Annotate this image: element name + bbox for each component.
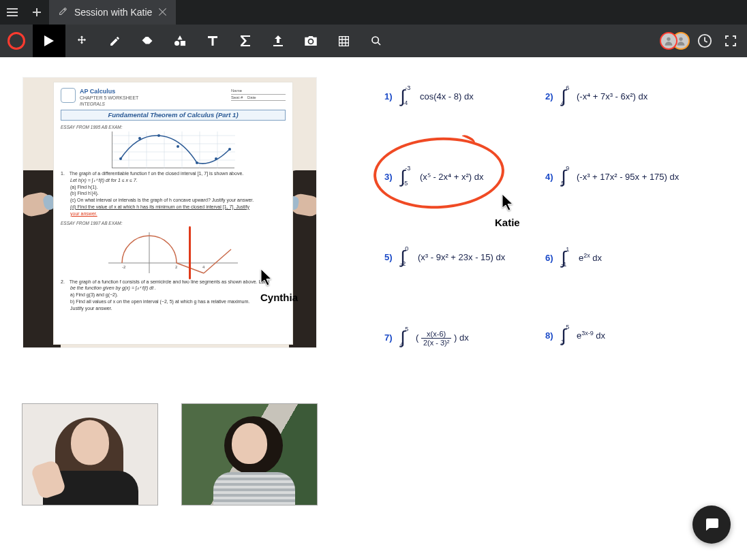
worksheet-subject: INTEGRALS [80,102,138,107]
svg-point-0 [174,41,179,46]
worksheet-q1d: (d) Find the value of x at which h has i… [70,204,286,211]
svg-line-27 [204,249,231,273]
svg-point-21 [196,161,198,164]
equation-2[interactable]: 2) ∫64 (-x⁴ + 7x³ - 6x²) dx [545,91,647,104]
worksheet-name-field: Name [231,89,286,95]
new-tab-button[interactable] [25,0,49,25]
svg-point-5 [679,37,682,41]
worksheet-chapter: CHAPTER 5 WORKSHEET [80,95,138,102]
svg-text:2: 2 [175,265,178,269]
equation-8[interactable]: 8) ∫53 e3x-9 dx [545,330,605,343]
cursor-cynthia: Cynthia [260,268,298,303]
svg-point-3 [372,37,378,43]
circle-annotation [371,134,506,212]
shapes-tool[interactable] [164,25,196,57]
equation-6[interactable]: 6) ∫1-1 e2x dx [545,252,602,265]
history-icon[interactable] [694,30,716,52]
worksheet-section-2: ESSAY FROM 1997 AB EXAM: [61,221,286,226]
svg-point-18 [138,137,141,140]
video-thumbnail-2[interactable] [181,403,318,505]
svg-point-17 [119,157,122,160]
fullscreen-icon[interactable] [720,30,742,52]
cursor-katie: Katie [502,193,520,228]
whiteboard-canvas[interactable]: AP Calculus CHAPTER 5 WORKSHEET INTEGRAL… [0,57,747,560]
svg-point-23 [228,148,231,151]
worksheet-chart-2: -224 [102,229,245,277]
participant-avatars[interactable] [660,32,690,50]
worksheet-logo-icon [61,88,76,103]
worksheet-course: AP Calculus [80,88,138,95]
red-annotation-line [189,226,191,279]
svg-rect-1 [181,41,185,46]
svg-point-19 [157,134,160,137]
titlebar: Session with Katie [0,0,747,25]
search-tool[interactable] [360,25,393,57]
tab-title: Session with Katie [74,7,152,18]
chat-button[interactable] [692,505,731,544]
equation-5[interactable]: 5) ∫0-2 (x³ - 9x² + 23x - 15) dx [384,252,505,264]
worksheet-paper: AP Calculus CHAPTER 5 WORKSHEET INTEGRAL… [53,82,293,345]
video-thumbnail-1[interactable] [22,403,158,505]
toolbar [0,25,747,57]
record-button[interactable] [0,25,33,57]
equation-7[interactable]: 7) ∫54 ( x(x-6)2(x - 3)² ) dx [384,330,469,347]
edit-icon [59,7,67,18]
cursor-cynthia-label: Cynthia [260,292,298,303]
close-tab-icon[interactable] [159,7,166,18]
pencil-tool[interactable] [98,25,131,57]
worksheet-q1: 1. The graph of a differentiable functio… [61,171,286,177]
svg-rect-2 [339,36,348,46]
play-button[interactable] [33,25,65,57]
worksheet-photo[interactable]: AP Calculus CHAPTER 5 WORKSHEET INTEGRAL… [23,78,316,347]
worksheet-title: Fundamental Theorem of Calculus (Part 1) [61,110,286,121]
svg-text:4: 4 [202,265,205,269]
move-tool[interactable] [65,25,98,57]
upload-tool[interactable] [262,25,294,57]
cursor-katie-label: Katie [495,217,520,228]
svg-point-22 [215,157,217,160]
toolbar-right [660,25,747,57]
svg-point-4 [667,37,670,41]
svg-point-20 [177,145,179,148]
svg-text:-2: -2 [122,265,126,269]
avatar-1[interactable] [660,32,677,50]
worksheet-chart-1 [112,131,234,168]
text-tool[interactable] [196,25,229,57]
camera-tool[interactable] [294,25,327,57]
hamburger-icon[interactable] [0,0,25,25]
eraser-tool[interactable] [131,25,164,57]
session-tab[interactable]: Session with Katie [49,0,176,25]
sigma-tool[interactable] [229,25,262,57]
equation-4[interactable]: 4) ∫95 (-x³ + 17x² - 95x + 175) dx [545,172,679,184]
equation-1[interactable]: 1) ∫-3-4 cos(4x - 8) dx [384,91,474,104]
grid-tool[interactable] [327,25,360,57]
